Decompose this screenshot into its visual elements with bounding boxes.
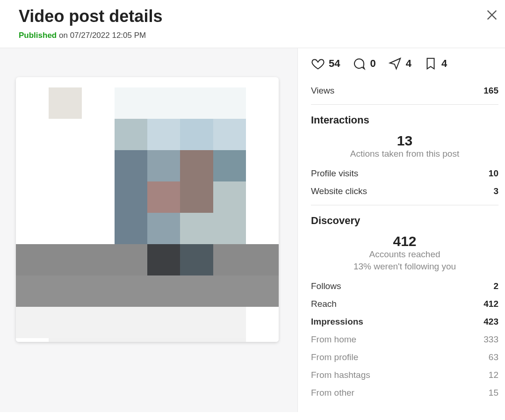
comment-icon — [352, 57, 366, 71]
engagement-row: 54 0 4 4 — [311, 57, 498, 71]
shares-count: 4 — [406, 58, 411, 70]
stat-label: Reach — [311, 299, 337, 309]
divider — [311, 104, 498, 105]
divider — [311, 205, 498, 205]
analytics-panel: 54 0 4 4 Views 16 — [297, 48, 505, 412]
close-button[interactable] — [485, 8, 498, 22]
discovery-title: Discovery — [311, 215, 498, 227]
stat-value: 63 — [489, 352, 498, 362]
stat-label: Follows — [311, 281, 341, 291]
interactions-subtitle: Actions taken from this post — [311, 149, 498, 159]
stat-label: From other — [311, 388, 354, 398]
stat-value: 10 — [489, 168, 498, 179]
views-row: Views 165 — [311, 82, 498, 100]
interaction-row: Profile visits10 — [311, 165, 498, 182]
stat-label: Impressions — [311, 317, 363, 327]
close-icon — [485, 8, 498, 22]
interactions-total: 13 — [311, 133, 498, 149]
bookmark-icon — [424, 57, 438, 71]
discovery-row: Reach412 — [311, 295, 498, 313]
stat-value: 12 — [489, 370, 498, 380]
stat-value: 3 — [493, 186, 498, 196]
video-thumbnail-card[interactable] — [16, 77, 279, 342]
likes-count: 54 — [329, 58, 340, 70]
discovery-row: From home333 — [311, 331, 498, 348]
saves-count: 4 — [441, 58, 447, 70]
discovery-row: Impressions423 — [311, 313, 498, 331]
discovery-row: From other15 — [311, 384, 498, 402]
header: Video post details Published on 07/27/20… — [0, 0, 505, 48]
interactions-title: Interactions — [311, 114, 498, 126]
stat-label: From hashtags — [311, 370, 370, 380]
shares-stat: 4 — [388, 57, 411, 71]
published-label: Published — [19, 31, 57, 40]
likes-stat: 54 — [311, 57, 340, 71]
published-date-prefix: on — [59, 31, 68, 40]
views-label: Views — [311, 86, 334, 96]
discovery-row: Follows2 — [311, 277, 498, 295]
stat-value: 412 — [483, 299, 498, 309]
stat-label: From profile — [311, 352, 358, 362]
stat-value: 333 — [483, 334, 498, 345]
saves-stat: 4 — [424, 57, 447, 71]
stat-value: 2 — [493, 281, 498, 291]
stat-label: From home — [311, 334, 356, 345]
discovery-row: From profile63 — [311, 348, 498, 366]
publish-status: Published on 07/27/2022 12:05 PM — [19, 31, 486, 40]
content-body: 54 0 4 4 Views 16 — [0, 48, 505, 412]
stat-value: 423 — [483, 317, 498, 327]
interaction-row: Website clicks3 — [311, 182, 498, 200]
share-icon — [388, 57, 402, 71]
stat-label: Profile visits — [311, 168, 358, 179]
stat-label: Website clicks — [311, 186, 367, 196]
comments-stat: 0 — [352, 57, 375, 71]
comments-count: 0 — [370, 58, 375, 70]
video-thumbnail-pixelated — [16, 87, 279, 342]
page-title: Video post details — [19, 7, 486, 26]
left-panel — [0, 48, 297, 412]
stat-value: 15 — [489, 388, 498, 398]
published-date: 07/27/2022 12:05 PM — [70, 31, 146, 40]
discovery-subtitle-1: Accounts reached — [311, 249, 498, 260]
discovery-subtitle-2: 13% weren't following you — [311, 261, 498, 272]
discovery-row: From hashtags12 — [311, 366, 498, 384]
heart-icon — [311, 57, 325, 71]
discovery-total: 412 — [311, 233, 498, 249]
views-value: 165 — [483, 86, 498, 96]
